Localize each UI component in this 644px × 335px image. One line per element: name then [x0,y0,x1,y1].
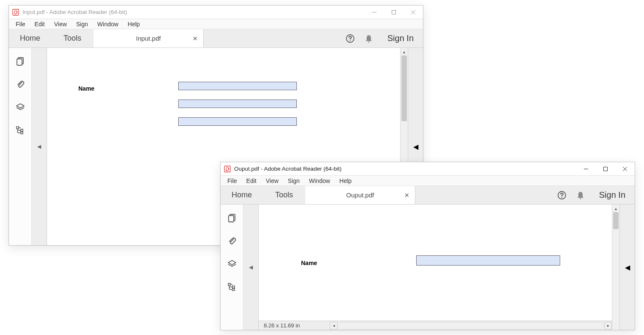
menu-edit[interactable]: Edit [30,20,49,28]
layers-icon[interactable] [226,258,238,270]
svg-rect-15 [21,132,23,134]
home-tab[interactable]: Home [221,186,263,204]
help-icon[interactable] [341,29,359,47]
svg-point-7 [368,41,369,42]
vertical-scrollbar[interactable]: ▴ [612,205,619,330]
page-canvas[interactable]: Name [259,205,612,321]
triangle-left-icon: ◀ [413,143,418,151]
menu-help[interactable]: Help [335,177,356,185]
document-tab[interactable]: Ouput.pdf ✕ [305,186,415,204]
tools-tab[interactable]: Tools [263,186,305,204]
form-text-field[interactable] [178,100,297,108]
svg-rect-9 [17,59,22,65]
bookmarks-icon[interactable] [226,281,238,293]
thumbnails-icon[interactable] [226,212,238,224]
svg-rect-26 [229,216,234,222]
close-button[interactable] [615,162,635,176]
statusbar: 8.26 x 11.69 in ◂ ▸ [259,321,612,330]
document-tab-close-icon[interactable]: ✕ [403,191,411,199]
menu-help[interactable]: Help [124,20,144,28]
document-tab[interactable]: Input.pdf ✕ [94,29,204,47]
bell-icon[interactable] [571,186,590,204]
bell-icon[interactable] [359,29,378,47]
triangle-left-icon: ◀ [625,263,630,271]
acrobat-window-output: Ouput.pdf - Adobe Acrobat Reader (64-bit… [220,162,635,330]
tools-tab[interactable]: Tools [51,29,94,47]
svg-point-24 [580,198,581,199]
menu-file[interactable]: File [11,20,30,28]
home-tab[interactable]: Home [9,29,51,47]
layers-icon[interactable] [14,101,26,113]
form-label-name: Name [78,85,94,92]
minimize-button[interactable] [365,6,384,19]
app-icon [9,9,22,16]
form-label-name: Name [301,260,317,266]
form-text-field[interactable] [178,117,297,126]
titlebar[interactable]: Ouput.pdf - Adobe Acrobat Reader (64-bit… [221,162,635,176]
svg-rect-12 [21,129,23,131]
triangle-left-icon: ◀ [37,144,41,150]
menu-view[interactable]: View [50,20,71,28]
window-title: Input.pdf - Adobe Acrobat Reader (64-bit… [22,9,365,15]
svg-rect-27 [228,283,230,285]
svg-rect-0 [13,9,19,15]
svg-rect-29 [232,286,235,288]
document-tab-close-icon[interactable]: ✕ [191,35,199,42]
attachments-icon[interactable] [226,235,238,247]
form-text-field[interactable] [416,255,560,266]
maximize-button[interactable] [596,162,615,176]
left-pane-toggle[interactable]: ◀ [243,205,259,330]
svg-rect-32 [232,288,235,291]
right-pane-toggle[interactable]: ◀ [619,205,635,330]
form-text-field[interactable] [178,82,297,90]
scroll-thumb[interactable] [613,212,619,229]
close-button[interactable] [404,6,423,19]
page-size-readout: 8.26 x 11.69 in [264,322,327,329]
titlebar[interactable]: Input.pdf - Adobe Acrobat Reader (64-bit… [9,6,423,19]
left-pane-toggle[interactable]: ◀ [32,48,47,245]
signin-button[interactable]: Sign In [590,186,635,204]
minimize-button[interactable] [576,162,596,176]
hscroll-left-icon[interactable]: ◂ [330,322,337,329]
menu-view[interactable]: View [262,177,283,185]
maximize-button[interactable] [384,6,404,19]
svg-point-6 [350,40,351,41]
app-icon [221,166,234,172]
window-title: Ouput.pdf - Adobe Acrobat Reader (64-bit… [234,166,576,172]
svg-point-23 [561,197,562,197]
menu-sign[interactable]: Sign [72,20,92,28]
bookmarks-icon[interactable] [14,124,26,136]
svg-rect-10 [17,127,19,129]
svg-rect-17 [224,166,230,172]
left-nav [9,48,32,245]
menu-window[interactable]: Window [305,177,334,185]
menu-file[interactable]: File [223,177,241,185]
menubar: File Edit View Sign Window Help [221,176,635,186]
svg-rect-2 [392,10,396,14]
tabstrip: Home Tools Ouput.pdf ✕ Sign In [221,186,635,205]
svg-rect-19 [604,167,608,171]
left-nav [221,205,243,330]
tabstrip: Home Tools Input.pdf ✕ Sign In [9,29,423,48]
menubar: File Edit View Sign Window Help [9,19,423,29]
horizontal-scrollbar[interactable] [340,322,602,329]
document-tab-label: Input.pdf [136,35,160,42]
document-tab-label: Ouput.pdf [346,191,374,199]
scroll-up-icon[interactable]: ▴ [612,205,619,212]
thumbnails-icon[interactable] [14,55,26,67]
menu-edit[interactable]: Edit [242,177,261,185]
hscroll-right-icon[interactable]: ▸ [604,322,612,329]
attachments-icon[interactable] [14,78,26,90]
scroll-thumb[interactable] [401,55,407,121]
menu-window[interactable]: Window [93,20,123,28]
signin-button[interactable]: Sign In [378,29,423,47]
menu-sign[interactable]: Sign [284,177,304,185]
document-area: ◀ Name 8.26 x 11.69 in ◂ ▸ ▴ ◀ [221,205,635,330]
help-icon[interactable] [553,186,571,204]
triangle-left-icon: ◀ [249,264,253,270]
scroll-up-icon[interactable]: ▴ [401,48,408,55]
